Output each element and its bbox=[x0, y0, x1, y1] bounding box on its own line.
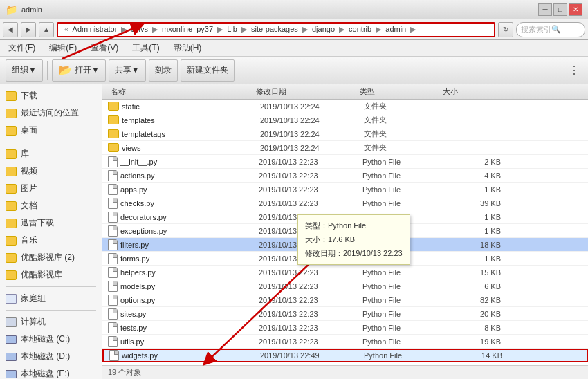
back-button[interactable]: ◀ bbox=[3, 22, 18, 37]
sidebar-divider bbox=[6, 142, 96, 142]
sidebar-item-music[interactable]: 音乐 bbox=[0, 232, 102, 249]
menu-file[interactable]: 文件(F) bbox=[6, 41, 38, 55]
close-button[interactable]: ✕ bbox=[569, 3, 582, 16]
file-size: 1 KB bbox=[445, 255, 501, 263]
sidebar-item-drive-d[interactable]: 本地磁盘 (D:) bbox=[0, 348, 102, 365]
file-size: 18 KB bbox=[445, 241, 501, 249]
sidebar-item-drive-c[interactable]: 本地磁盘 (C:) bbox=[0, 331, 102, 348]
table-row[interactable]: templates 2019/10/13 22:24 文件夹 bbox=[102, 113, 588, 127]
col-header-size[interactable]: 大小 bbox=[440, 86, 495, 97]
burn-button[interactable]: 刻录 bbox=[149, 59, 178, 82]
toolbar-more-button[interactable]: ⋮ bbox=[566, 64, 582, 77]
python-file-icon bbox=[108, 225, 118, 237]
menu-view[interactable]: 查看(V) bbox=[88, 41, 121, 55]
sidebar-label: 桌面 bbox=[21, 124, 37, 136]
file-name: templates bbox=[122, 116, 260, 124]
table-row[interactable]: templatetags 2019/10/13 22:24 文件夹 bbox=[102, 127, 588, 141]
file-name: utils.py bbox=[120, 338, 259, 346]
organize-button[interactable]: 组织▼ bbox=[6, 59, 43, 82]
sidebar-item-computer[interactable]: 计算机 bbox=[0, 313, 102, 331]
sidebar-item-download[interactable]: 下载 bbox=[0, 87, 102, 104]
maximize-button[interactable]: □ bbox=[553, 3, 567, 16]
file-name: apps.py bbox=[120, 185, 259, 194]
folder-icon bbox=[108, 129, 119, 138]
table-row[interactable]: tests.py 2019/10/13 22:23 Python File 8 … bbox=[102, 321, 588, 335]
file-type: 文件夹 bbox=[364, 115, 447, 125]
sidebar-item-thunder[interactable]: 迅雷下载 bbox=[0, 214, 102, 232]
file-date: 2019/10/13 22:23 bbox=[259, 338, 362, 346]
file-type: Python File bbox=[362, 310, 445, 318]
file-name: sites.py bbox=[120, 310, 259, 318]
up-button[interactable]: ▲ bbox=[39, 22, 54, 37]
table-row[interactable]: actions.py 2019/10/13 22:23 Python File … bbox=[102, 169, 588, 183]
sidebar-label: 本地磁盘 (D:) bbox=[21, 351, 70, 362]
table-row-widgets[interactable]: widgets.py 2019/10/13 22:49 Python File … bbox=[102, 349, 588, 362]
sidebar-item-homegroup[interactable]: 家庭组 bbox=[0, 290, 102, 307]
sidebar-item-docs[interactable]: 文档 bbox=[0, 197, 102, 214]
share-button[interactable]: 共享▼ bbox=[109, 59, 146, 82]
sidebar-item-recent[interactable]: 最近访问的位置 bbox=[0, 104, 102, 122]
file-type: Python File bbox=[362, 338, 445, 346]
window-title: admin bbox=[21, 6, 42, 14]
sidebar-item-library[interactable]: 库 bbox=[0, 145, 102, 163]
folder-icon bbox=[6, 201, 17, 211]
file-type: Python File bbox=[362, 172, 445, 180]
search-box[interactable]: 搜索索引 🔍 bbox=[516, 22, 585, 37]
file-name: static bbox=[122, 102, 260, 111]
table-row[interactable]: apps.py 2019/10/13 22:23 Python File 1 K… bbox=[102, 183, 588, 196]
address-bar: ◀ ▶ ▲ « Administrator ▶ Envs ▶ mxonline_… bbox=[0, 19, 588, 40]
menu-tools[interactable]: 工具(T) bbox=[129, 41, 162, 55]
table-row[interactable]: options.py 2019/10/13 22:23 Python File … bbox=[102, 293, 588, 307]
file-type: Python File bbox=[364, 351, 447, 360]
sidebar-item-pictures[interactable]: 图片 bbox=[0, 180, 102, 197]
table-row[interactable]: sites.py 2019/10/13 22:23 Python File 20… bbox=[102, 307, 588, 321]
col-header-type[interactable]: 类型 bbox=[357, 86, 440, 97]
sidebar-item-video[interactable]: 视频 bbox=[0, 163, 102, 180]
sidebar-item-youku[interactable]: 优酷影视库 bbox=[0, 266, 102, 284]
menu-edit[interactable]: 编辑(E) bbox=[46, 41, 80, 55]
sidebar-divider-3 bbox=[6, 310, 96, 311]
python-file-icon bbox=[108, 170, 118, 181]
python-file-icon bbox=[108, 198, 118, 209]
sidebar-item-youku2[interactable]: 优酷影视库 (2) bbox=[0, 249, 102, 266]
open-button[interactable]: 📂 打开▼ bbox=[52, 59, 106, 82]
sidebar-item-desktop[interactable]: 桌面 bbox=[0, 122, 102, 139]
file-type: Python File bbox=[362, 185, 445, 194]
table-row[interactable]: models.py 2019/10/13 22:23 Python File 6… bbox=[102, 279, 588, 293]
table-row[interactable]: static 2019/10/13 22:24 文件夹 bbox=[102, 100, 588, 113]
forward-button[interactable]: ▶ bbox=[21, 22, 36, 37]
file-date: 2019/10/13 22:24 bbox=[260, 102, 364, 111]
sidebar-label: 库 bbox=[21, 148, 29, 160]
file-date: 2019/10/13 22:49 bbox=[260, 351, 364, 360]
folder-icon bbox=[6, 236, 17, 246]
tooltip-type: 类型：Python File bbox=[305, 219, 403, 233]
sidebar-item-drive-e[interactable]: 本地磁盘 (E:) bbox=[0, 365, 102, 379]
sidebar-label: 文档 bbox=[21, 200, 37, 212]
minimize-button[interactable]: ─ bbox=[538, 3, 552, 16]
table-row[interactable]: helpers.py 2019/10/13 22:23 Python File … bbox=[102, 266, 588, 279]
menu-help[interactable]: 帮助(H) bbox=[171, 41, 205, 55]
col-header-name[interactable]: 名称 bbox=[108, 86, 253, 97]
sidebar-label: 本地磁盘 (C:) bbox=[21, 333, 70, 345]
col-header-date[interactable]: 修改日期 bbox=[253, 86, 357, 97]
sidebar-label: 家庭组 bbox=[21, 293, 46, 304]
sidebar-label: 优酷影视库 (2) bbox=[21, 252, 75, 264]
python-file-icon bbox=[108, 156, 118, 167]
table-row[interactable]: checks.py 2019/10/13 22:23 Python File 3… bbox=[102, 196, 588, 210]
new-folder-button[interactable]: 新建文件夹 bbox=[181, 59, 235, 82]
table-row[interactable]: __init__.py 2019/10/13 22:23 Python File… bbox=[102, 155, 588, 169]
file-name: tests.py bbox=[120, 324, 259, 332]
file-type: Python File bbox=[362, 158, 445, 166]
table-row[interactable]: utils.py 2019/10/13 22:23 Python File 19… bbox=[102, 335, 588, 349]
table-row[interactable]: views 2019/10/13 22:24 文件夹 bbox=[102, 141, 588, 155]
pc-icon bbox=[6, 317, 17, 327]
refresh-button[interactable]: ↻ bbox=[498, 22, 513, 37]
python-file-icon bbox=[108, 239, 118, 250]
address-input[interactable]: « Administrator ▶ Envs ▶ mxonline_py37 ▶… bbox=[57, 22, 495, 37]
python-file-icon bbox=[108, 295, 118, 306]
burn-label: 刻录 bbox=[155, 64, 172, 76]
file-name: helpers.py bbox=[120, 268, 259, 277]
folder-icon bbox=[6, 109, 17, 118]
file-size: 39 KB bbox=[445, 199, 501, 207]
toolbar: 组织▼ 📂 打开▼ 共享▼ 刻录 新建文件夹 ⋮ bbox=[0, 57, 588, 84]
